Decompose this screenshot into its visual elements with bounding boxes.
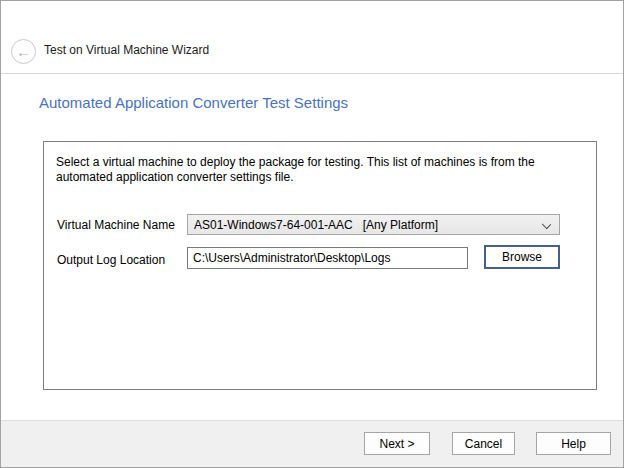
virtual-machine-dropdown[interactable]: AS01-Windows7-64-001-AAC [Any Platform] [187, 214, 560, 235]
page-title: Automated Application Converter Test Set… [39, 94, 348, 111]
output-log-location-input[interactable] [187, 247, 468, 269]
settings-groupbox: Select a virtual machine to deploy the p… [43, 141, 597, 390]
wizard-header: ← Test on Virtual Machine Wizard [1, 1, 623, 74]
virtual-machine-selected-value: AS01-Windows7-64-001-AAC [Any Platform] [188, 218, 438, 232]
virtual-machine-name-label: Virtual Machine Name [57, 218, 175, 232]
description-text: Select a virtual machine to deploy the p… [56, 155, 568, 185]
footer-bar: Next > Cancel Help [1, 420, 623, 467]
help-button[interactable]: Help [536, 432, 611, 455]
cancel-button[interactable]: Cancel [452, 432, 515, 455]
wizard-title: Test on Virtual Machine Wizard [44, 43, 209, 57]
chevron-down-icon [542, 220, 551, 229]
browse-button[interactable]: Browse [484, 245, 560, 269]
wizard-window: × ← Test on Virtual Machine Wizard Autom… [0, 0, 624, 468]
next-button[interactable]: Next > [364, 432, 430, 455]
back-icon[interactable]: ← [11, 39, 36, 64]
output-log-location-label: Output Log Location [57, 253, 165, 267]
